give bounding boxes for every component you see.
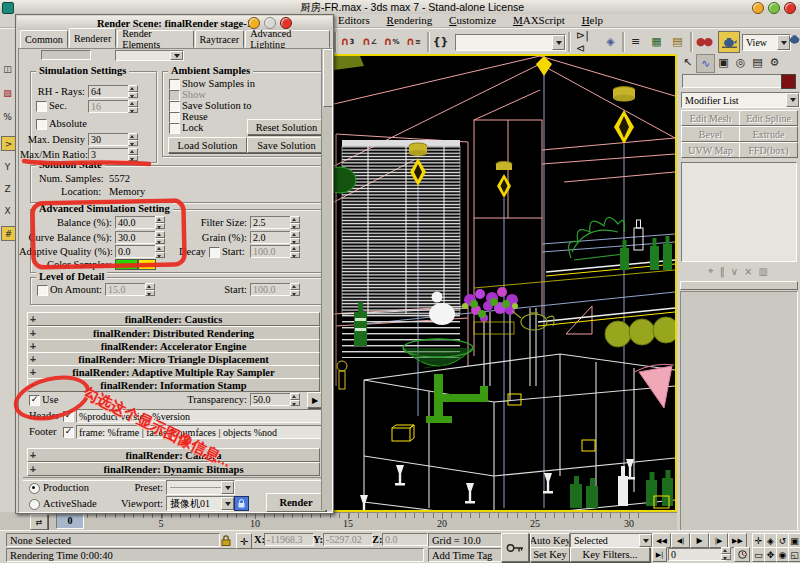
lock-checkbox[interactable] bbox=[169, 123, 180, 134]
axis-constraint-y-icon[interactable]: Y bbox=[1, 160, 14, 173]
axis-constraint-x-icon[interactable]: > bbox=[1, 136, 16, 151]
filter-size-field[interactable]: 2.5 bbox=[250, 216, 295, 229]
edit-spline-button[interactable]: Edit Spline bbox=[739, 110, 798, 126]
next-frame-button[interactable]: |▶ bbox=[709, 533, 728, 548]
rollout-dynamic-bitmaps[interactable]: +finalRender: Dynamic Bitmaps bbox=[27, 462, 320, 476]
minimize-button[interactable] bbox=[752, 2, 764, 14]
align-icon[interactable]: ◈ bbox=[602, 33, 619, 50]
rh-rays-field[interactable]: 64 bbox=[88, 85, 133, 98]
max-density-field[interactable]: 30 bbox=[88, 133, 133, 146]
previous-frame-button[interactable]: ◀| bbox=[671, 533, 690, 548]
selection-filter-dropdown[interactable]: Selected bbox=[570, 533, 653, 548]
load-solution-button[interactable]: Load Solution bbox=[168, 137, 247, 153]
header-field[interactable]: %product version %version bbox=[76, 409, 328, 423]
rollout-caustics[interactable]: +finalRender: Caustics bbox=[27, 312, 320, 326]
rollout-adaptive-multiple-ray-sampler[interactable]: +finalRender: Adaptive Multiple Ray Samp… bbox=[27, 365, 320, 379]
viewport-dropdown[interactable]: 摄像机01 bbox=[166, 496, 235, 511]
modifier-list-dropdown[interactable]: Modifier List bbox=[681, 92, 800, 108]
color-sample-swatch-yellow[interactable] bbox=[138, 259, 156, 270]
go-to-start-button[interactable]: ◀◀ bbox=[652, 533, 671, 548]
menu-rendering[interactable]: Rendering bbox=[387, 14, 433, 26]
mirror-icon[interactable]: ⊳|⊲ bbox=[576, 33, 593, 50]
axis-constraint-z-icon[interactable]: Z bbox=[1, 182, 14, 195]
auto-key-button[interactable]: Auto Key bbox=[530, 533, 570, 548]
rollout-accelerator-engine[interactable]: +finalRender: Accelerator Engine bbox=[27, 339, 320, 353]
rollout-distributed-rendering[interactable]: +finalRender: Distributed Rendering bbox=[27, 326, 320, 340]
close-button[interactable] bbox=[784, 2, 796, 14]
snap-tool-icon[interactable]: # bbox=[1, 226, 16, 241]
grain-field[interactable]: 2.0 bbox=[250, 231, 295, 244]
rollout-divider-bar[interactable] bbox=[680, 281, 798, 290]
decay-checkbox[interactable] bbox=[209, 247, 220, 258]
set-key-button[interactable]: Set Key bbox=[530, 547, 570, 562]
selection-lock-icon[interactable] bbox=[219, 533, 233, 547]
display-tab-icon[interactable]: ▤ bbox=[749, 54, 766, 71]
activeshade-radio[interactable] bbox=[29, 499, 40, 510]
pin-stack-icon[interactable]: ⌖ bbox=[708, 265, 714, 277]
material-editor-icon[interactable]: ●● bbox=[695, 33, 712, 50]
tab-renderer[interactable]: Renderer bbox=[69, 28, 116, 48]
dialog-scrollbar-thumb[interactable] bbox=[323, 49, 333, 107]
max-density-spinner[interactable] bbox=[128, 133, 138, 146]
ffd-box-button[interactable]: FFD(box) bbox=[739, 142, 798, 158]
current-frame-field[interactable]: 0 bbox=[668, 548, 726, 561]
absolute-checkbox[interactable] bbox=[36, 119, 47, 130]
curve-balance-field[interactable]: 30.0 bbox=[115, 231, 160, 244]
use-stamp-checkbox[interactable] bbox=[29, 395, 40, 406]
transparency-spinner[interactable] bbox=[290, 393, 300, 406]
maximize-button[interactable] bbox=[768, 2, 780, 14]
set-keys-button[interactable] bbox=[501, 533, 529, 562]
object-color-swatch[interactable] bbox=[781, 74, 796, 89]
modify-tab-icon[interactable]: ∿ bbox=[696, 54, 715, 73]
preset-dropdown[interactable]: ------------------------ bbox=[166, 480, 235, 495]
configure-modifier-sets-icon[interactable]: ▥ bbox=[758, 266, 767, 277]
y-coord-field[interactable]: -5297.02 bbox=[323, 533, 373, 546]
reset-solution-button[interactable]: Reset Solution bbox=[247, 119, 326, 135]
percent-snap-icon[interactable]: ∩% bbox=[383, 33, 400, 50]
object-name-field[interactable] bbox=[682, 74, 783, 88]
extrude-button[interactable]: Extrude bbox=[739, 126, 798, 142]
max-min-ratio-spinner[interactable] bbox=[128, 148, 138, 161]
dialog-scrollbar[interactable] bbox=[321, 49, 332, 510]
zoom-all-icon[interactable]: ▣ bbox=[788, 533, 800, 548]
menu-help[interactable]: Help bbox=[582, 14, 603, 26]
tab-render-elements[interactable]: Render Elements bbox=[117, 30, 193, 48]
filter-size-spinner[interactable] bbox=[290, 216, 300, 229]
hierarchy-tab-icon[interactable]: ▣ bbox=[715, 54, 732, 71]
render-preset-icon[interactable]: ▨ bbox=[1, 86, 14, 99]
footer-checkbox[interactable] bbox=[63, 427, 74, 438]
grain-spinner[interactable] bbox=[290, 231, 300, 244]
render-type-dropdown[interactable]: View bbox=[742, 34, 791, 51]
timeline-ruler[interactable]: 0 5 10 15 20 25 30 bbox=[28, 512, 677, 531]
utilities-tab-icon[interactable]: ⚙ bbox=[766, 54, 783, 71]
curve-editor-icon[interactable]: ▦ bbox=[648, 33, 665, 50]
curve-balance-spinner[interactable] bbox=[155, 231, 165, 244]
tab-advanced-lighting[interactable]: Advanced Lighting bbox=[245, 30, 330, 48]
absolute-relative-toggle-icon[interactable]: ✛ bbox=[236, 533, 252, 549]
min-max-toggle-icon[interactable]: ◱ bbox=[788, 547, 800, 562]
key-filters-button[interactable]: Key Filters... bbox=[570, 547, 650, 562]
transparency-field[interactable]: 50.0 bbox=[250, 393, 295, 406]
tab-raytracer[interactable]: Raytracer bbox=[195, 30, 245, 48]
lod-on-checkbox[interactable] bbox=[37, 285, 48, 296]
production-radio[interactable] bbox=[29, 483, 40, 494]
percent-tool-icon[interactable]: % bbox=[1, 110, 14, 123]
menu-graph-editors[interactable]: Editors bbox=[338, 14, 370, 26]
footer-field[interactable]: frame: %frame | faces %numfaces | object… bbox=[76, 425, 328, 439]
z-coord-field[interactable]: 0.0 bbox=[382, 533, 428, 546]
menu-customize[interactable]: Customize bbox=[449, 14, 496, 26]
create-tab-icon[interactable]: ↖ bbox=[679, 54, 696, 71]
axis-constraint-xy-icon[interactable]: X bbox=[1, 204, 14, 217]
mini-curve-editor-button[interactable]: ⇄ bbox=[30, 514, 48, 530]
key-mode-toggle-icon[interactable]: ▶| bbox=[652, 547, 667, 562]
render-scene-dialog-icon[interactable] bbox=[718, 31, 740, 53]
menu-maxscript[interactable]: MAXScript bbox=[513, 14, 565, 26]
adaptive-quality-field[interactable]: 0.0 bbox=[115, 245, 160, 258]
edit-mesh-button[interactable]: Edit Mesh bbox=[681, 110, 740, 126]
named-selection-set-dropdown[interactable] bbox=[455, 34, 566, 51]
color-sample-swatch-green[interactable] bbox=[115, 259, 138, 270]
layer-manager-icon[interactable]: ≡ bbox=[627, 33, 644, 50]
uvw-map-button[interactable]: UVW Map bbox=[681, 142, 740, 158]
play-button[interactable]: ▶ bbox=[690, 533, 709, 548]
angle-snap-icon[interactable]: ∩∠ bbox=[361, 33, 378, 50]
